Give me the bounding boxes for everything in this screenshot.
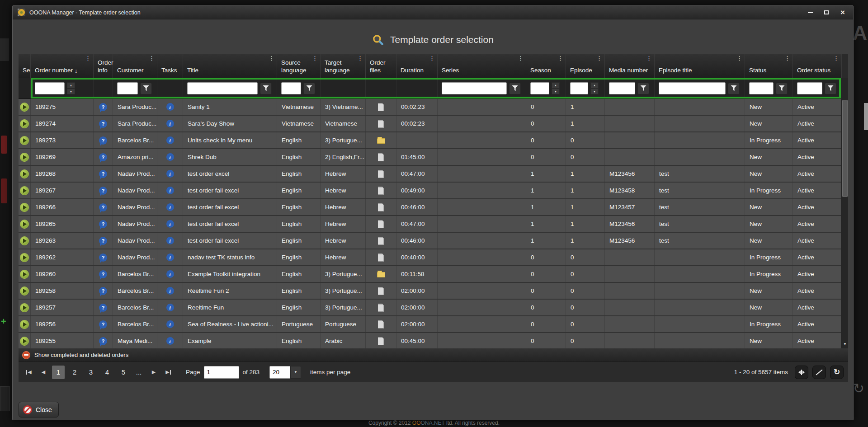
table-row[interactable]: 189260?Barcelos Br...iExample Toolkit in… (19, 266, 841, 283)
filter-funnel-button-customer[interactable] (140, 83, 152, 94)
table-row[interactable]: 189266?Nadav Prod...itest order fail exc… (19, 199, 841, 216)
filter-input-season[interactable] (530, 82, 549, 94)
spinner-down-icon[interactable]: ▼ (552, 89, 560, 95)
column-header-order_status[interactable]: ⋮Order status (793, 54, 842, 78)
order-info-icon[interactable]: ? (99, 187, 107, 195)
page-number-button[interactable]: 1 (52, 366, 65, 379)
clear-filters-button[interactable] (812, 366, 826, 379)
tasks-info-icon[interactable]: i (166, 220, 174, 228)
column-menu-icon[interactable]: ⋮ (557, 55, 563, 61)
filter-funnel-button-media_number[interactable] (637, 83, 649, 94)
first-page-button[interactable]: ◀ (23, 366, 35, 379)
tasks-info-icon[interactable]: i (166, 120, 174, 127)
vertical-scrollbar[interactable]: ▼ (841, 78, 848, 348)
order-info-icon[interactable]: ? (99, 153, 107, 161)
filter-input-media_number[interactable] (609, 82, 635, 94)
column-header-target_language[interactable]: ⋮Target language (321, 54, 366, 78)
order-info-icon[interactable]: ? (99, 253, 107, 262)
spinner-up-icon[interactable]: ▲ (67, 82, 75, 89)
filter-input-episode[interactable] (570, 82, 588, 94)
table-row[interactable]: 189262?Nadav Prod...inadav test TK statu… (19, 249, 841, 266)
fit-columns-button[interactable] (795, 366, 808, 379)
tasks-info-icon[interactable]: i (166, 270, 174, 278)
tasks-info-icon[interactable]: i (166, 320, 174, 328)
tasks-info-icon[interactable]: i (166, 304, 174, 311)
close-button[interactable]: Close (19, 402, 59, 418)
filter-input-order_status[interactable] (797, 82, 822, 94)
filter-spinner-episode[interactable]: ▲▼ (590, 82, 599, 94)
tasks-info-icon[interactable]: i (166, 287, 174, 295)
tasks-info-icon[interactable]: i (166, 187, 174, 194)
filter-funnel-button-series[interactable] (509, 83, 521, 94)
tasks-info-icon[interactable]: i (166, 153, 174, 161)
column-header-tasks[interactable]: Tasks (157, 54, 183, 78)
column-header-order_info[interactable]: Order info (94, 54, 113, 78)
document-icon[interactable] (378, 304, 384, 312)
column-header-order_files[interactable]: Order files (366, 54, 396, 78)
refresh-button[interactable]: ↻ (830, 366, 844, 379)
order-info-icon[interactable]: ? (99, 337, 107, 345)
column-menu-icon[interactable]: ⋮ (646, 55, 652, 61)
order-info-icon[interactable]: ? (99, 287, 107, 295)
play-button[interactable] (20, 186, 29, 195)
last-page-button[interactable]: ▶ (162, 366, 174, 379)
table-row[interactable]: 189257?Barcelos Br...iReeltime FunEnglis… (19, 300, 841, 316)
column-header-customer[interactable]: ⋮Customer (113, 54, 157, 78)
table-row[interactable]: 189258?Barcelos Br...iReeltime Fun 2Engl… (19, 283, 841, 300)
document-icon[interactable] (378, 120, 384, 128)
column-menu-icon[interactable]: ⋮ (312, 55, 318, 61)
tasks-info-icon[interactable]: i (166, 203, 174, 211)
play-button[interactable] (20, 136, 29, 145)
column-menu-icon[interactable]: ⋮ (784, 55, 790, 61)
tasks-info-icon[interactable]: i (166, 337, 174, 345)
close-window-button[interactable]: × (840, 9, 846, 16)
play-button[interactable] (20, 103, 29, 112)
filter-spinner-season[interactable]: ▲▼ (552, 82, 560, 94)
filter-input-source_language[interactable] (281, 82, 301, 94)
play-button[interactable] (20, 337, 29, 346)
column-menu-icon[interactable]: ⋮ (518, 55, 524, 61)
table-row[interactable]: 189273?Barcelos Br...iUnits check in My … (19, 132, 841, 149)
column-header-order_number[interactable]: ⋮Order number↓ (31, 54, 94, 78)
column-menu-icon[interactable]: ⋮ (429, 55, 435, 61)
order-info-icon[interactable]: ? (99, 103, 107, 111)
filter-input-order_number[interactable] (35, 82, 65, 94)
order-info-icon[interactable]: ? (99, 270, 107, 278)
table-row[interactable]: 189267?Nadav Prod...itest order fail exc… (19, 183, 841, 199)
column-menu-icon[interactable]: ⋮ (596, 55, 602, 61)
filter-spinner-order_number[interactable]: ▲▼ (67, 82, 75, 94)
maximize-button[interactable] (823, 9, 830, 16)
scrollbar-thumb[interactable] (842, 100, 848, 197)
play-button[interactable] (20, 153, 29, 162)
filter-funnel-button-order_status[interactable] (825, 83, 836, 94)
column-header-series[interactable]: ⋮Series (438, 54, 526, 78)
table-row[interactable]: 189268?Nadav Prod...itest order excelEng… (19, 166, 841, 183)
column-header-media_number[interactable]: ⋮Media number (605, 54, 655, 78)
column-header-se[interactable]: Se (19, 54, 31, 78)
column-header-episode_title[interactable]: ⋮Episode title (655, 54, 745, 78)
table-row[interactable]: 189274?Sara Produc...iSara's Day ShowVie… (19, 116, 841, 132)
play-button[interactable] (20, 303, 29, 312)
document-icon[interactable] (378, 320, 384, 328)
column-header-title[interactable]: ⋮Title (183, 54, 277, 78)
column-header-status[interactable]: ⋮Status (745, 54, 793, 78)
order-info-icon[interactable]: ? (99, 120, 107, 128)
filter-input-status[interactable] (749, 82, 774, 94)
page-number-button[interactable]: 5 (117, 366, 130, 379)
column-header-season[interactable]: ⋮Season (526, 54, 566, 78)
table-row[interactable]: 189255?Maya Medi...iExampleEnglishArabic… (19, 333, 841, 348)
document-icon[interactable] (378, 237, 384, 245)
prev-page-button[interactable]: ◀ (38, 366, 49, 379)
hide-completed-icon[interactable] (22, 351, 30, 359)
items-per-page-dropdown-button[interactable]: ▼ (290, 366, 301, 379)
spinner-up-icon[interactable]: ▲ (552, 82, 560, 89)
filter-funnel-button-title[interactable] (260, 83, 272, 94)
filter-input-episode_title[interactable] (659, 82, 726, 94)
spinner-down-icon[interactable]: ▼ (67, 89, 75, 95)
order-info-icon[interactable]: ? (99, 170, 107, 178)
document-icon[interactable] (378, 170, 384, 178)
filter-funnel-button-source_language[interactable] (303, 83, 315, 94)
column-menu-icon[interactable]: ⋮ (357, 55, 363, 61)
document-icon[interactable] (378, 153, 384, 161)
tasks-info-icon[interactable]: i (166, 253, 174, 261)
